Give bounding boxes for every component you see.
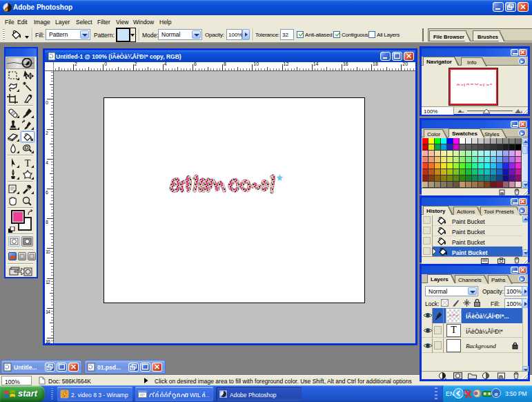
svg-text:WIL: WIL	[190, 392, 201, 399]
svg-text:...: ...	[206, 392, 210, 399]
svg-text:T: T	[25, 158, 31, 169]
svg-text:a: a	[495, 390, 498, 397]
